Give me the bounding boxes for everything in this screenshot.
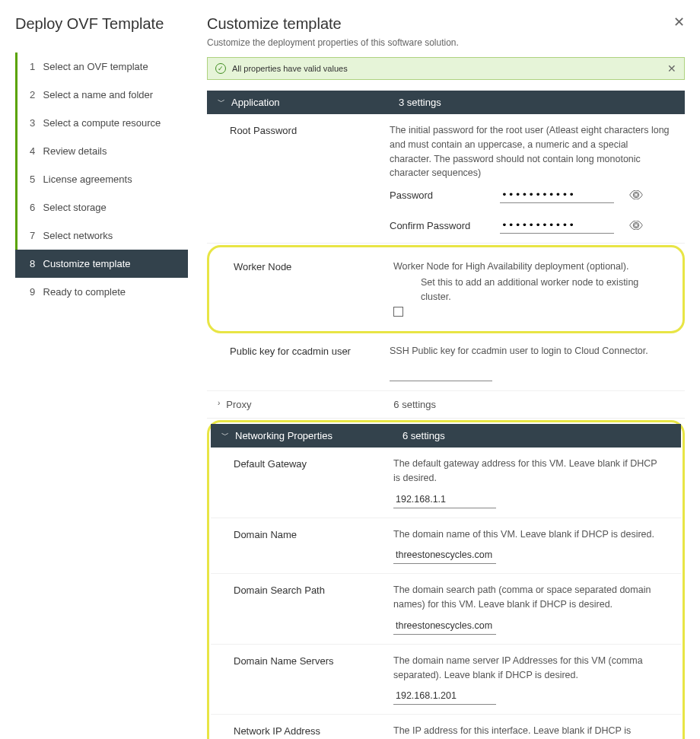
page-subtitle: Customize the deployment properties of t… <box>207 37 459 48</box>
step-number: 4 <box>30 145 40 157</box>
step-label: Customize template <box>40 258 131 269</box>
step-number: 2 <box>30 89 40 100</box>
step-number: 9 <box>30 286 40 298</box>
confirm-password-input[interactable] <box>500 217 614 234</box>
page-title: Customize template <box>207 15 459 33</box>
step-label: Select a compute resource <box>40 117 161 129</box>
eye-icon[interactable] <box>629 221 643 230</box>
worker-node-checkbox[interactable] <box>393 307 403 317</box>
wizard-step-6[interactable]: 6 Select storage <box>15 193 188 221</box>
section-count: 6 settings <box>402 430 445 441</box>
chevron-down-icon: ﹀ <box>218 97 225 108</box>
wizard-step-8[interactable]: 8 Customize template <box>15 250 188 278</box>
pubkey-label: Public key for ccadmin user <box>230 344 390 381</box>
domain-search-desc: The domain search path (comma or space s… <box>393 583 666 612</box>
worker-node-label: Worker Node <box>234 260 393 319</box>
wizard-step-9[interactable]: 9 Ready to complete <box>15 278 188 306</box>
domain-name-label: Domain Name <box>234 527 393 565</box>
step-label: Select networks <box>40 230 113 241</box>
step-number: 6 <box>30 202 40 213</box>
wizard-step-5[interactable]: 5 License agreements <box>15 165 188 193</box>
close-icon[interactable]: ✕ <box>673 15 685 29</box>
pubkey-desc: SSH Public key for ccadmin user to login… <box>390 344 670 358</box>
section-header-proxy[interactable]: › Proxy 6 settings <box>207 391 685 419</box>
validation-banner: ✓ All properties have valid values ✕ <box>207 57 685 80</box>
default-gateway-label: Default Gateway <box>234 457 393 508</box>
dns-input[interactable] <box>393 688 496 705</box>
wizard-step-7[interactable]: 7 Select networks <box>15 221 188 250</box>
section-header-application[interactable]: ﹀ Application 3 settings <box>207 91 685 114</box>
step-label: License agreements <box>40 174 132 185</box>
step-label: Select an OVF template <box>40 61 148 72</box>
worker-node-desc: Worker Node for High Availability deploy… <box>393 260 666 274</box>
confirm-password-label: Confirm Password <box>390 220 485 231</box>
domain-name-input[interactable] <box>393 547 496 564</box>
step-label: Select storage <box>40 202 107 213</box>
chevron-down-icon: ﹀ <box>221 430 229 441</box>
ip-address-desc: The IP address for this interface. Leave… <box>393 724 666 739</box>
default-gateway-desc: The default gateway address for this VM.… <box>393 457 666 486</box>
highlight-worker-node: Worker Node Worker Node for High Availab… <box>207 245 685 333</box>
chevron-right-icon: › <box>218 399 220 410</box>
banner-close-icon[interactable]: ✕ <box>667 62 676 75</box>
step-number: 3 <box>30 117 40 129</box>
ip-address-label: Network IP Address <box>234 724 393 739</box>
wizard-steps: 1 Select an OVF template2 Select a name … <box>15 53 188 306</box>
dns-desc: The domain name server IP Addresses for … <box>393 654 666 683</box>
check-circle-icon: ✓ <box>215 63 226 74</box>
step-number: 5 <box>30 174 40 185</box>
step-label: Review details <box>40 145 107 157</box>
worker-node-desc2: Set this to add an additional worker nod… <box>421 276 666 304</box>
password-label: Password <box>390 190 485 201</box>
default-gateway-input[interactable] <box>393 492 496 508</box>
dns-label: Domain Name Servers <box>234 654 393 706</box>
pubkey-input[interactable] <box>390 365 492 381</box>
highlight-networking: ﹀ Networking Properties 6 settings Defau… <box>207 420 685 739</box>
section-header-networking[interactable]: ﹀ Networking Properties 6 settings <box>211 424 681 448</box>
password-input[interactable] <box>500 186 614 203</box>
step-number: 8 <box>30 258 40 269</box>
wizard-step-1[interactable]: 1 Select an OVF template <box>15 53 188 81</box>
domain-name-desc: The domain name of this VM. Leave blank … <box>393 527 666 542</box>
main-panel: Customize template Customize the deploym… <box>188 0 700 739</box>
section-count: 3 settings <box>399 97 441 108</box>
step-label: Select a name and folder <box>40 89 153 100</box>
root-password-label: Root Password <box>230 123 390 234</box>
eye-icon[interactable] <box>629 190 643 199</box>
wizard-step-3[interactable]: 3 Select a compute resource <box>15 109 188 137</box>
step-number: 1 <box>30 61 40 72</box>
section-name: Networking Properties <box>235 430 402 441</box>
section-count: 6 settings <box>393 399 436 410</box>
wizard-title: Deploy OVF Template <box>15 15 188 46</box>
wizard-step-4[interactable]: 4 Review details <box>15 137 188 165</box>
domain-search-input[interactable] <box>393 618 496 635</box>
wizard-sidebar: Deploy OVF Template 1 Select an OVF temp… <box>0 0 188 739</box>
step-label: Ready to complete <box>40 286 126 298</box>
root-password-desc: The initial password for the root user (… <box>390 123 670 180</box>
validation-text: All properties have valid values <box>232 64 348 73</box>
domain-search-label: Domain Search Path <box>234 583 393 635</box>
section-name: Proxy <box>226 399 393 410</box>
section-name: Application <box>231 97 399 108</box>
step-number: 7 <box>30 230 40 241</box>
wizard-step-2[interactable]: 2 Select a name and folder <box>15 81 188 109</box>
